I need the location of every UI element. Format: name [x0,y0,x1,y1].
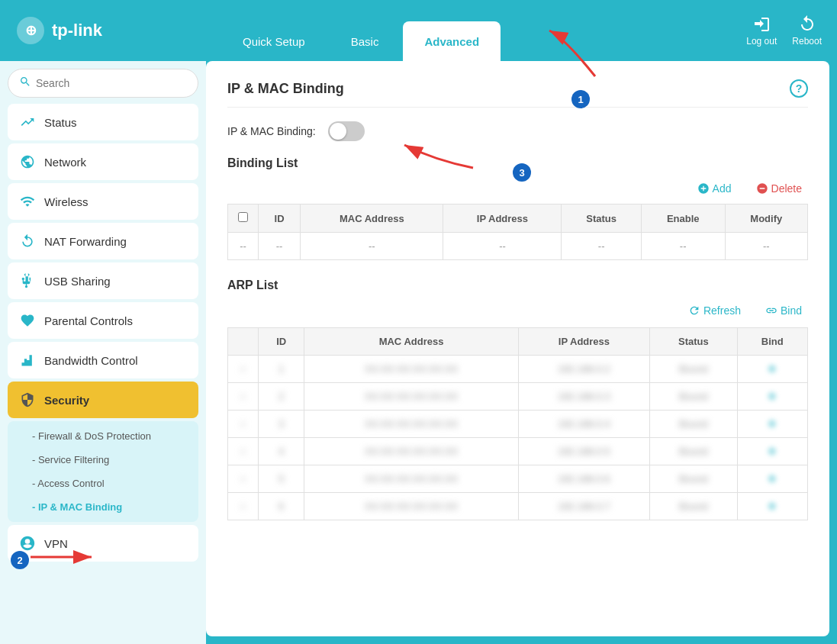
refresh-button[interactable]: Refresh [682,301,747,320]
nat-icon [20,233,35,249]
sidebar-item-nat-label: NAT Forwarding [44,235,127,248]
arp-cell-4: Bound [650,383,737,411]
cell-status: -- [562,233,641,260]
network-icon [20,154,35,169]
logo-area: ⊕ tp-link [15,15,221,46]
logout-button[interactable]: Log out [746,14,777,47]
arp-cell-2: XX:XX:XX:XX:XX:XX [304,465,518,493]
delete-circle-icon [756,182,768,195]
sidebar-item-vpn-label: VPN [44,537,68,550]
sidebar-item-bandwidth-label: Bandwidth Control [44,354,138,367]
sidebar-item-usb-label: USB Sharing [44,275,111,288]
cell-ip: -- [443,233,562,260]
arp-cell-5: ⚙ [737,493,807,520]
sidebar-item-usb[interactable]: USB Sharing [8,262,198,299]
arp-cell-4: Bound [650,438,737,465]
arp-cell-0: ○ [228,493,259,520]
sidebar-sub-firewall[interactable]: - Firewall & DoS Protection [8,424,198,448]
arp-table-row: ○4XX:XX:XX:XX:XX:XX192.168.0.5Bound⚙ [228,438,808,465]
sidebar-sub-access-control[interactable]: - Access Control [8,472,198,495]
arp-cell-2: XX:XX:XX:XX:XX:XX [304,356,518,383]
arp-cell-1: 1 [259,356,304,383]
status-icon [20,114,35,130]
tab-basic[interactable]: Basic [330,21,401,61]
arp-list-title: ARP List [227,279,808,292]
logout-label: Log out [746,36,777,47]
tab-quick-setup[interactable]: Quick Setup [221,21,327,61]
sidebar-item-network[interactable]: Network [8,143,198,180]
arp-cell-3: 192.168.0.5 [518,438,650,465]
arp-cell-1: 2 [259,383,304,411]
sidebar-item-security[interactable]: Security [8,382,198,418]
search-icon [19,76,31,91]
section-title-text: IP & MAC Binding [227,81,344,97]
arp-table-row: ○3XX:XX:XX:XX:XX:XX192.168.0.4Bound⚙ [228,411,808,438]
search-input[interactable] [36,77,187,89]
search-box[interactable] [8,69,198,98]
tab-advanced[interactable]: Advanced [403,21,501,61]
arp-col-bind: Bind [737,328,807,356]
arp-cell-5: ⚙ [737,411,807,438]
binding-list-actions: Add Delete [227,179,808,198]
sidebar-item-bandwidth[interactable]: Bandwidth Control [8,342,198,378]
arp-col-status: Status [650,328,737,356]
arp-cell-0: ○ [228,411,259,438]
cell-id: -- [259,233,301,260]
arp-col-ip: IP Address [518,328,650,356]
section-title-row: IP & MAC Binding ? [227,79,808,108]
arp-col-checkbox [228,328,259,356]
bind-button[interactable]: Bind [759,301,808,320]
sidebar-item-network-label: Network [44,156,86,169]
arp-cell-3: 192.168.0.3 [518,383,650,411]
cell-checkbox: -- [228,233,259,260]
logout-icon [752,14,771,33]
arp-cell-4: Bound [650,465,737,493]
arp-actions: Refresh Bind [227,301,808,320]
col-modify: Modify [725,204,807,233]
sidebar-item-status-label: Status [44,116,77,129]
delete-label: Delete [771,182,802,195]
usb-icon [20,273,35,288]
delete-button[interactable]: Delete [750,179,808,198]
arp-cell-1: 4 [259,438,304,465]
arp-cell-0: ○ [228,465,259,493]
arp-cell-1: 5 [259,465,304,493]
sidebar-item-vpn[interactable]: VPN [8,525,198,562]
sidebar-item-status[interactable]: Status [8,104,198,140]
sidebar-sub-ip-mac-binding[interactable]: - IP & MAC Binding [8,495,198,519]
add-label: Add [713,182,732,195]
toggle-knob [330,123,346,140]
parental-icon [20,313,35,328]
sidebar-item-parental[interactable]: Parental Controls [8,302,198,339]
help-icon[interactable]: ? [790,79,808,98]
logo-text: tp-link [52,21,102,40]
arp-cell-3: 192.168.0.2 [518,356,650,383]
arp-cell-1: 6 [259,493,304,520]
sidebar-sub-service-filtering[interactable]: - Service Filtering [8,448,198,472]
arp-col-id: ID [259,328,304,356]
add-button[interactable]: Add [691,179,738,198]
reboot-button[interactable]: Reboot [792,14,822,47]
arp-table-row: ○1XX:XX:XX:XX:XX:XX192.168.0.2Bound⚙ [228,356,808,383]
binding-list-title: Binding List [227,156,808,170]
table-row: -- -- -- -- -- -- -- [228,233,808,260]
cell-modify: -- [725,233,807,260]
arp-cell-0: ○ [228,356,259,383]
arp-cell-3: 192.168.0.4 [518,411,650,438]
select-all-checkbox[interactable] [238,212,248,222]
sidebar-item-nat[interactable]: NAT Forwarding [8,223,198,259]
ip-mac-binding-toggle[interactable] [328,121,365,141]
header-actions: Log out Reboot [746,14,822,47]
sidebar-item-wireless[interactable]: Wireless [8,183,198,220]
arp-cell-4: Bound [650,356,737,383]
arp-cell-4: Bound [650,493,737,520]
nav-tabs: Quick Setup Basic Advanced [221,0,746,61]
arp-table-row: ○2XX:XX:XX:XX:XX:XX192.168.0.3Bound⚙ [228,383,808,411]
sidebar-item-parental-label: Parental Controls [44,314,133,327]
arp-cell-0: ○ [228,383,259,411]
arp-cell-3: 192.168.0.7 [518,493,650,520]
arp-table: ID MAC Address IP Address Status Bind ○1… [227,327,808,520]
wireless-icon [20,194,35,209]
col-status: Status [562,204,641,233]
tp-link-logo-icon: ⊕ [15,15,46,46]
